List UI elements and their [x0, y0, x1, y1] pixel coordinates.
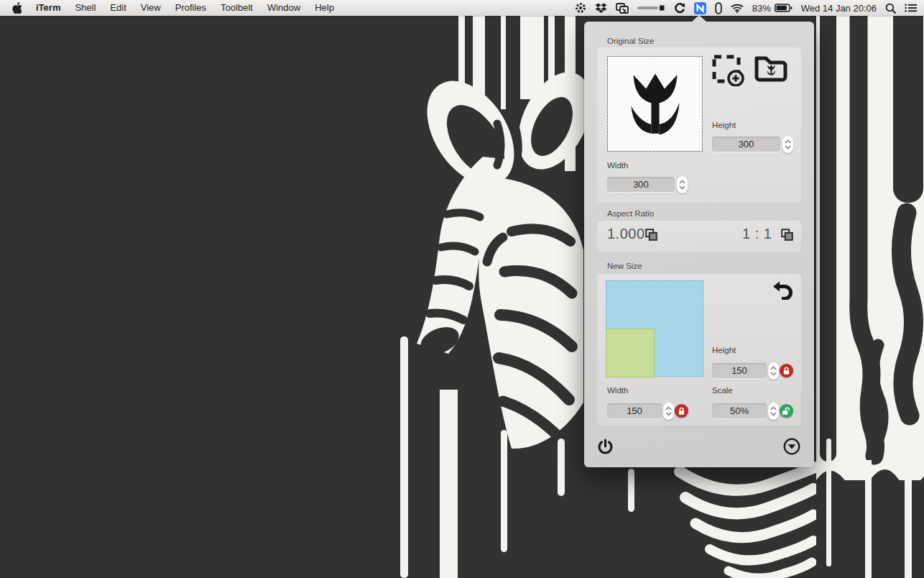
hide-panel-icon — [783, 438, 800, 455]
new-size-preview-scaled — [606, 329, 655, 377]
menu-iterm[interactable]: iTerm — [29, 0, 68, 16]
new-width-label: Width — [607, 386, 628, 395]
refresh-icon[interactable] — [674, 2, 685, 14]
gear-sync-icon[interactable] — [575, 2, 586, 14]
aspect-ratio-value: 1 : 1 — [742, 226, 772, 242]
original-height-field[interactable]: 300 — [712, 137, 780, 152]
scale-field[interactable]: 50% — [712, 403, 767, 418]
lock-open-icon — [782, 407, 791, 416]
new-width-stepper[interactable] — [663, 403, 674, 420]
scale-lock-button[interactable] — [780, 404, 793, 418]
aspect-ratio-group: 1.000 1 : 1 — [597, 221, 801, 252]
original-width-stepper[interactable] — [677, 176, 688, 193]
original-height-label: Height — [712, 121, 736, 129]
new-height-field[interactable]: 150 — [712, 363, 767, 378]
new-size-title: New Size — [607, 262, 642, 270]
original-size-group: Height 300 Width 300 — [597, 47, 801, 203]
notification-center-icon[interactable] — [905, 4, 917, 12]
menu-bar-clock[interactable]: Wed 14 Jan 20:06 — [801, 3, 877, 14]
spotlight-search-icon[interactable] — [885, 3, 896, 14]
original-image-thumbnail[interactable] — [607, 56, 703, 152]
menu-view[interactable]: View — [134, 0, 168, 16]
capture-selection-icon — [712, 55, 745, 86]
scale-stepper[interactable] — [768, 403, 779, 420]
quit-button[interactable] — [597, 439, 614, 458]
aspect-ratio-title: Aspect Ratio — [607, 209, 654, 218]
flower-thumbnail-icon — [621, 68, 690, 141]
menu-edit[interactable]: Edit — [103, 0, 133, 16]
menu-bar: iTerm Shell Edit View Profiles Toolbelt … — [0, 0, 924, 16]
wifi-icon[interactable] — [731, 4, 744, 13]
battery-status[interactable]: 83% — [752, 3, 793, 14]
capture-selection-button[interactable] — [712, 55, 745, 88]
lock-closed-icon — [678, 407, 685, 416]
power-icon — [597, 439, 614, 456]
menu-shell[interactable]: Shell — [68, 0, 103, 16]
paperclip-icon[interactable] — [715, 2, 722, 14]
height-lock-button[interactable] — [780, 364, 793, 377]
aspect-decimal-value: 1.000 — [607, 226, 645, 242]
copy-decimal-button[interactable] — [645, 229, 657, 243]
hide-panel-button[interactable] — [783, 438, 800, 457]
new-height-stepper[interactable] — [768, 362, 779, 380]
battery-percent: 83% — [752, 3, 771, 14]
original-height-stepper[interactable] — [782, 136, 793, 153]
lock-closed-icon — [782, 367, 790, 375]
open-folder-icon — [754, 52, 788, 84]
battery-icon — [775, 4, 793, 12]
undo-icon — [773, 280, 793, 300]
original-width-label: Width — [607, 161, 628, 170]
copy-icon — [645, 229, 657, 241]
display-mirroring-icon[interactable] — [616, 3, 629, 14]
resize-app-icon[interactable] — [694, 2, 706, 14]
apple-menu[interactable] — [7, 2, 29, 14]
original-width-field[interactable]: 300 — [607, 177, 675, 192]
copy-icon — [781, 229, 793, 241]
open-image-button[interactable] — [754, 52, 788, 86]
menu-profiles[interactable]: Profiles — [168, 0, 213, 16]
apple-icon — [11, 2, 22, 14]
image-resize-panel: Original Size — [584, 22, 814, 467]
original-size-title: Original Size — [607, 37, 654, 45]
new-size-group: Height 150 Width 150 Scale 50% — [597, 274, 801, 426]
new-height-label: Height — [712, 346, 736, 354]
menu-help[interactable]: Help — [308, 0, 341, 16]
new-size-preview — [606, 280, 703, 377]
undo-button[interactable] — [773, 280, 793, 302]
slider-icon[interactable] — [637, 3, 665, 13]
scale-label: Scale — [712, 386, 733, 395]
menu-toolbelt[interactable]: Toolbelt — [213, 0, 260, 16]
menu-window[interactable]: Window — [260, 0, 308, 16]
width-lock-button[interactable] — [675, 404, 688, 418]
copy-ratio-button[interactable] — [781, 229, 793, 243]
dropbox-icon[interactable] — [595, 3, 607, 14]
new-width-field[interactable]: 150 — [607, 403, 662, 418]
popover-arrow — [692, 15, 706, 22]
